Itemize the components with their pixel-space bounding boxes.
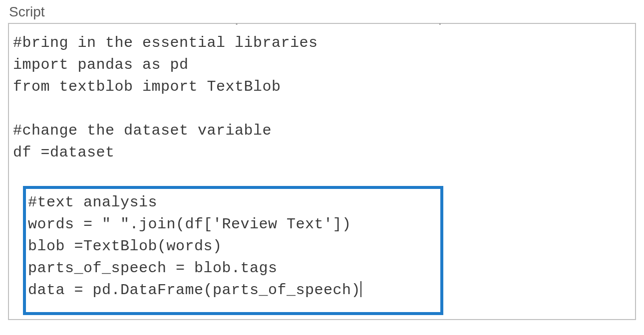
code-line: data = pd.DataFrame(parts_of_speech) <box>28 282 360 299</box>
code-block-highlighted: #text analysis words = " ".join(df['Revi… <box>24 191 365 301</box>
code-line: from textblob import TextBlob <box>13 78 281 95</box>
text-cursor <box>360 281 361 297</box>
code-line: #change the dataset variable <box>13 122 272 139</box>
code-line: blob =TextBlob(words) <box>28 238 222 255</box>
code-line-partial: # 'dataset' holds the input data for thi… <box>9 24 635 30</box>
code-line: parts_of_speech = blob.tags <box>28 260 278 277</box>
code-line: import pandas as pd <box>13 56 189 73</box>
section-label: Script <box>9 4 636 20</box>
code-line: #bring in the essential libraries <box>13 34 318 51</box>
code-line: df =dataset <box>13 144 115 161</box>
code-block-top: #bring in the essential libraries import… <box>9 32 322 164</box>
script-editor[interactable]: # 'dataset' holds the input data for thi… <box>8 23 636 320</box>
code-line: #text analysis <box>28 194 157 211</box>
code-line: words = " ".join(df['Review Text']) <box>28 216 351 233</box>
